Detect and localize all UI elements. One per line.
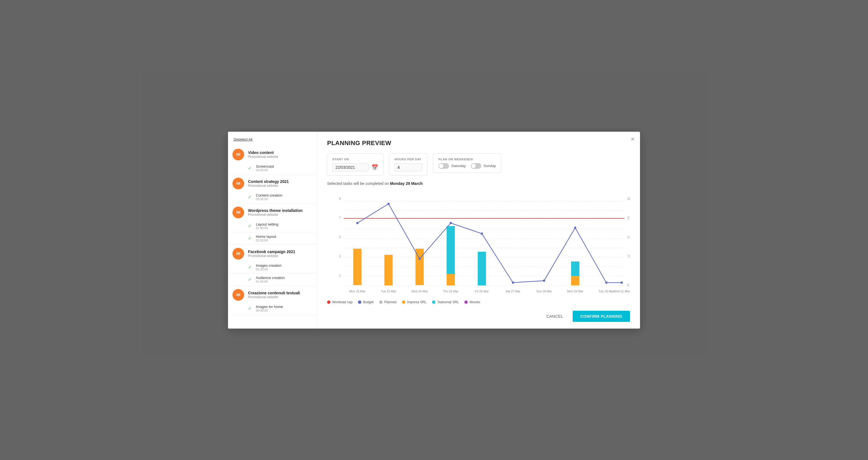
bar-taskomat-3 [446, 226, 455, 274]
budget-dot-1 [388, 203, 390, 205]
project-group-content-strategy: IM Content strategy 2021 Promotional web… [228, 174, 317, 203]
check-icon-content-creation: ✓ [248, 194, 253, 200]
legend-label-workload-cap: Workload cap [332, 300, 352, 304]
svg-text:Tue 30 Mar: Tue 30 Mar [598, 289, 614, 293]
check-icon-images-home: ✓ [248, 306, 253, 311]
svg-text:Tue 23 Mar: Tue 23 Mar [381, 289, 396, 293]
task-duration-content-creation: 03:30:00 [256, 197, 282, 201]
legend-planned: Planned [379, 300, 396, 304]
planning-chart: 1 3 5 7 9 0 70 140 210 280 [327, 191, 630, 297]
budget-dot-0 [356, 222, 359, 224]
deselect-all-link[interactable]: Deselect All [228, 137, 317, 145]
avatar-content-strategy: IM [232, 178, 244, 189]
completion-date: Monday 29 March [390, 181, 423, 186]
task-duration-images-home: 00:30:00 [256, 309, 283, 312]
project-sub-facebook: Promotional website [248, 254, 296, 258]
close-button[interactable]: × [631, 136, 634, 142]
project-header-video-content: IM Video content Promotional website [228, 145, 317, 162]
legend-label-impresa-srl: Impresa SRL [407, 300, 427, 304]
project-sub-creazione: Promotional website [248, 295, 300, 299]
calendar-icon[interactable]: 📅 [371, 164, 378, 171]
check-icon-screencast: ✓ [248, 165, 253, 171]
check-icon-images-creation: ✓ [248, 265, 253, 270]
footer-row: CANCEL CONFIRM PLANNING [327, 311, 630, 322]
bar-impresa-7 [571, 276, 579, 285]
project-name-facebook: Facebook campaign 2021 [248, 249, 296, 254]
task-info-images-creation: Images creation 01:30:00 [256, 264, 282, 271]
saturday-toggle-item: Saturday [438, 163, 466, 169]
task-name-images-creation: Images creation [256, 264, 282, 268]
task-duration-audience-creation: 01:00:00 [256, 280, 285, 283]
budget-dot-6 [543, 280, 545, 282]
svg-text:280: 280 [627, 196, 630, 201]
svg-text:0: 0 [627, 283, 629, 287]
budget-dot-3 [450, 222, 452, 224]
saturday-label: Saturday [451, 164, 466, 168]
svg-text:Wed 24 Mar: Wed 24 Mar [411, 289, 428, 293]
sunday-toggle-item: Sunday [471, 163, 496, 169]
legend-dot-planned [379, 301, 382, 304]
project-name-creazione: Creazione contenuti testuali [248, 291, 300, 295]
bar-impresa-3 [446, 274, 455, 285]
legend-workload-cap: Workload cap [327, 300, 352, 304]
task-name-screencast: Screencast [256, 164, 274, 168]
sunday-toggle[interactable] [471, 163, 481, 169]
svg-text:3: 3 [339, 254, 341, 258]
project-group-wordpress: IM Wordpress theme installation Promotio… [228, 203, 317, 244]
task-name-content-creation: Content creation [256, 193, 282, 197]
start-on-box: START ON 📅 [327, 153, 383, 176]
project-group-video-content: IM Video content Promotional website ✓ S… [228, 145, 317, 174]
legend-taskomat-srl: Taskomat SRL [432, 300, 459, 304]
bar-taskomat-4 [478, 252, 486, 285]
hours-per-day-input[interactable] [395, 163, 422, 172]
budget-dot-8 [605, 281, 608, 284]
task-duration-images-creation: 01:30:00 [256, 268, 282, 271]
completion-line: Selected tasks will be completed on Mond… [327, 181, 630, 186]
check-icon-home-layout: ✓ [248, 236, 253, 241]
confirm-planning-button[interactable]: CONFIRM PLANNING [572, 311, 630, 322]
project-header-content-strategy: IM Content strategy 2021 Promotional web… [228, 174, 317, 191]
cancel-button[interactable]: CANCEL [541, 311, 569, 321]
legend-dot-impresa-srl [402, 301, 405, 304]
task-name-home-layout: Home layout [256, 235, 276, 239]
budget-dot-2 [418, 257, 421, 260]
task-item-images-home[interactable]: ✓ Images for home 00:30:00 [228, 302, 317, 315]
saturday-toggle-knob [439, 164, 443, 168]
budget-dot-7 [574, 227, 576, 229]
start-on-input[interactable] [332, 163, 369, 172]
task-item-images-creation[interactable]: ✓ Images creation 01:30:00 [228, 261, 317, 273]
task-item-home-layout[interactable]: ✓ Home layout 01:00:00 [228, 232, 317, 244]
task-info-screencast: Screencast 04:00:00 [256, 164, 274, 172]
task-item-audience-creation[interactable]: ✓ Audience creation 01:00:00 [228, 273, 317, 286]
svg-text:140: 140 [627, 235, 630, 239]
panel-title: PLANNING PREVIEW [327, 140, 630, 147]
task-info-layout-setting: Layout setting 01:30:00 [256, 222, 278, 230]
task-name-audience-creation: Audience creation [256, 276, 285, 280]
legend-budget: Budget [358, 300, 374, 304]
legend-impresa-srl: Impresa SRL [402, 300, 427, 304]
budget-dot-5 [512, 281, 514, 284]
svg-text:Sat 27 Mar: Sat 27 Mar [505, 289, 521, 293]
weekends-toggle-row: Saturday Sunday [438, 163, 496, 169]
task-item-screencast[interactable]: ✓ Screencast 04:00:00 [228, 162, 317, 174]
task-info-audience-creation: Audience creation 01:00:00 [256, 276, 285, 283]
legend-label-taskomat-srl: Taskomat SRL [437, 300, 459, 304]
task-duration-screencast: 04:00:00 [256, 168, 274, 172]
bar-taskomat-7 [571, 262, 579, 276]
legend-4books: 4books [464, 300, 480, 304]
task-duration-home-layout: 01:00:00 [256, 239, 276, 242]
legend-dot-taskomat-srl [432, 301, 435, 304]
saturday-toggle[interactable] [438, 163, 449, 169]
check-icon-layout-setting: ✓ [248, 223, 253, 228]
completion-text-before: Selected tasks will be completed on [327, 181, 389, 186]
avatar-creazione: IM [232, 289, 244, 301]
bar-impresa-1 [384, 255, 393, 285]
legend-label-planned: Planned [384, 300, 396, 304]
task-item-content-creation[interactable]: ✓ Content creation 03:30:00 [228, 191, 317, 203]
task-item-layout-setting[interactable]: ✓ Layout setting 01:30:00 [228, 220, 317, 232]
task-info-content-creation: Content creation 03:30:00 [256, 193, 282, 201]
svg-text:9: 9 [339, 196, 341, 201]
project-group-facebook: IM Facebook campaign 2021 Promotional we… [228, 244, 317, 286]
task-duration-layout-setting: 01:30:00 [256, 226, 278, 230]
legend-dot-workload-cap [327, 301, 331, 304]
